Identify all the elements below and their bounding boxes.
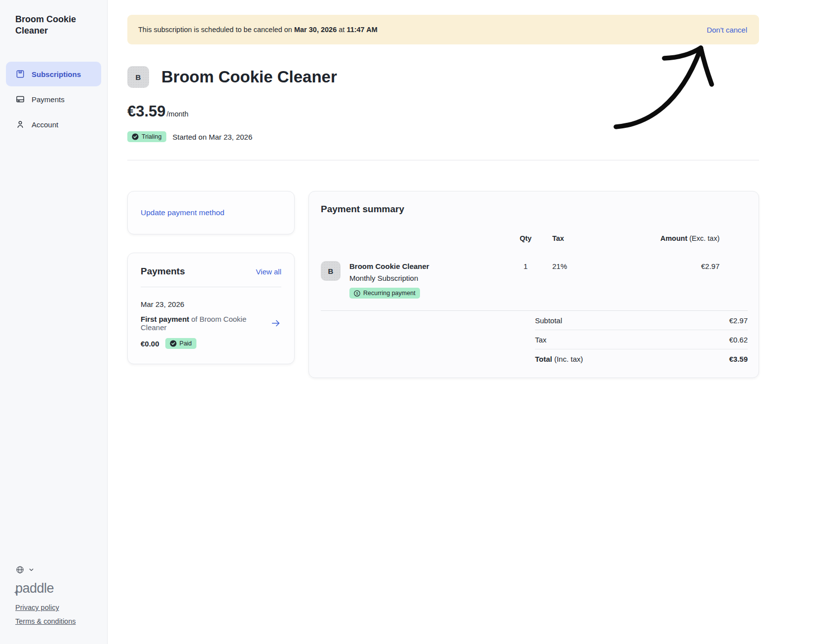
sidebar-item-payments[interactable]: Payments (6, 87, 101, 112)
recurring-payment-badge: $ Recurring payment (349, 288, 420, 299)
subscription-header: B Broom Cookie Cleaner €3.59 /month Tria… (127, 66, 759, 160)
merchant-title: Broom Cookie Cleaner (0, 14, 107, 36)
payment-entry-amount: €0.00 (141, 340, 159, 348)
main-content: This subscription is scheduled to be can… (108, 0, 839, 644)
product-avatar: B (127, 66, 149, 88)
subtotal-label: Subtotal (535, 316, 562, 325)
sidebar-item-account[interactable]: Account (6, 112, 101, 137)
col-header-tax: Tax (540, 234, 629, 242)
check-circle-icon (170, 340, 177, 347)
privacy-policy-link[interactable]: Privacy policy (15, 604, 107, 611)
payments-card-title: Payments (141, 266, 185, 277)
subtotal-value: €2.97 (729, 316, 748, 325)
update-payment-method-link[interactable]: Update payment method (141, 208, 225, 217)
summary-header-row: Qty Tax Amount (Exc. tax) (321, 234, 748, 242)
status-badge: Trialing (127, 131, 166, 142)
total-label-bold: Total (535, 355, 552, 363)
package-icon (15, 69, 25, 79)
col-header-amount-rest: (Exc. tax) (687, 234, 720, 242)
app-window: Broom Cookie Cleaner Subscriptions (0, 0, 839, 644)
line-item-avatar: B (321, 261, 341, 281)
line-item-tax: 21% (540, 261, 629, 270)
dollar-circle-icon: $ (354, 290, 360, 297)
chevron-down-icon (29, 567, 34, 572)
price-row: €3.59 /month (127, 103, 759, 120)
banner-text-prefix: This subscription is scheduled to be can… (138, 26, 294, 34)
line-item-qty: 1 (511, 261, 540, 270)
sidebar-item-label: Account (32, 120, 58, 129)
paddle-wordmark: paddle (15, 581, 54, 596)
payment-entry-title: First payment of Broom Cookie Cleaner (141, 315, 270, 332)
cancellation-banner: This subscription is scheduled to be can… (127, 15, 759, 44)
payments-card-divider (141, 287, 281, 287)
credit-card-icon (15, 94, 25, 104)
tax-row: Tax €0.62 (535, 330, 748, 349)
check-circle-icon (132, 133, 139, 140)
payment-entry-date: Mar 23, 2026 (141, 300, 281, 308)
svg-text:$: $ (356, 291, 358, 296)
paid-badge: Paid (165, 338, 196, 349)
sidebar-item-subscriptions[interactable]: Subscriptions (6, 62, 101, 86)
payment-entry-row[interactable]: First payment of Broom Cookie Cleaner (141, 315, 281, 332)
col-header-amount-bold: Amount (660, 234, 687, 242)
tax-value: €0.62 (729, 336, 748, 344)
left-column: Update payment method Payments View all … (127, 191, 295, 364)
recurring-payment-badge-label: Recurring payment (363, 290, 416, 297)
summary-line-item: B Broom Cookie Cleaner Monthly Subscript… (321, 261, 748, 299)
paid-badge-label: Paid (180, 340, 192, 347)
sidebar-item-label: Subscriptions (32, 70, 81, 78)
subtotal-row: Subtotal €2.97 (535, 311, 748, 330)
summary-totals: Subtotal €2.97 Tax €0.62 Total (Inc. tax… (535, 311, 748, 369)
payment-entry-amount-row: €0.00 Paid (141, 338, 281, 349)
col-header-amount: Amount (Exc. tax) (629, 234, 748, 242)
banner-cancel-time: 11:47 AM (346, 26, 377, 34)
paddle-logo: paddle (15, 581, 54, 596)
arrow-right-icon[interactable] (270, 318, 281, 329)
sidebar: Broom Cookie Cleaner Subscriptions (0, 0, 108, 644)
status-badge-label: Trialing (142, 133, 162, 140)
tax-label: Tax (535, 336, 546, 344)
banner-text-mid: at (337, 26, 346, 34)
cancellation-banner-text: This subscription is scheduled to be can… (138, 26, 378, 34)
person-icon (15, 119, 25, 129)
total-label: Total (Inc. tax) (535, 355, 583, 363)
sidebar-nav: Subscriptions Payments (0, 62, 107, 137)
payments-card: Payments View all Mar 23, 2026 First pay… (127, 253, 295, 364)
col-header-qty: Qty (511, 234, 540, 242)
total-label-rest: (Inc. tax) (552, 355, 583, 363)
terms-conditions-link[interactable]: Terms & conditions (15, 617, 107, 625)
payment-entry-title-bold: First payment (141, 315, 189, 323)
started-on-text: Started on Mar 23, 2026 (173, 133, 253, 141)
language-selector[interactable] (15, 565, 107, 574)
line-item-amount: €2.97 (629, 261, 748, 270)
status-row: Trialing Started on Mar 23, 2026 (127, 131, 759, 142)
dont-cancel-link[interactable]: Don't cancel (707, 26, 747, 34)
subscription-price: €3.59 (127, 103, 166, 120)
sidebar-item-label: Payments (32, 95, 65, 104)
page-title: Broom Cookie Cleaner (161, 68, 337, 86)
billing-interval: /month (167, 110, 189, 118)
banner-cancel-date: Mar 30, 2026 (294, 26, 337, 34)
line-item-name: Broom Cookie Cleaner (349, 261, 429, 271)
globe-icon (15, 565, 25, 574)
sidebar-footer: paddle Privacy policy Terms & conditions (0, 565, 107, 631)
line-item-description: Monthly Subscription (349, 273, 429, 283)
paddle-sparkle-icon (14, 590, 18, 595)
header-divider (127, 160, 759, 160)
payment-summary-card: Payment summary Qty Tax Amount (Exc. tax… (308, 191, 759, 378)
total-value: €3.59 (729, 355, 748, 363)
view-all-link[interactable]: View all (256, 267, 281, 276)
total-row: Total (Inc. tax) €3.59 (535, 349, 748, 369)
payment-summary-title: Payment summary (321, 204, 748, 215)
update-payment-card: Update payment method (127, 191, 295, 234)
